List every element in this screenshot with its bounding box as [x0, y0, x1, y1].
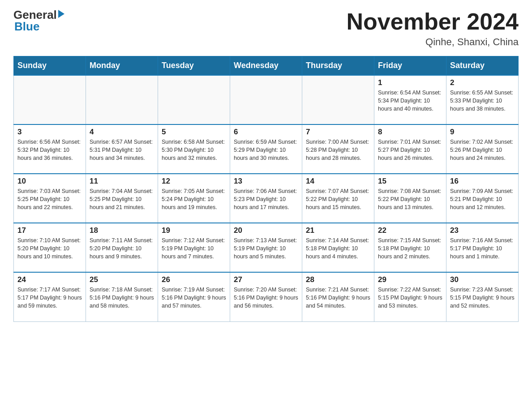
day-info: Sunrise: 7:03 AM Sunset: 5:25 PM Dayligh… — [17, 187, 82, 211]
day-number: 6 — [234, 128, 298, 137]
day-number: 25 — [90, 275, 154, 284]
calendar-table: SundayMondayTuesdayWednesdayThursdayFrid… — [13, 56, 519, 322]
calendar-day-cell: 1Sunrise: 6:54 AM Sunset: 5:34 PM Daylig… — [374, 75, 446, 124]
logo-general-text: General — [13, 9, 57, 21]
day-number: 30 — [450, 275, 515, 284]
month-title: November 2024 — [347, 9, 519, 34]
day-number: 2 — [450, 78, 515, 87]
page-header: General Blue November 2024 Qinhe, Shanxi… — [13, 9, 519, 48]
calendar-day-cell: 18Sunrise: 7:11 AM Sunset: 5:20 PM Dayli… — [86, 223, 158, 272]
day-number: 3 — [17, 128, 82, 137]
weekday-header-wednesday: Wednesday — [230, 56, 302, 76]
day-number: 4 — [90, 128, 154, 137]
calendar-week-row: 10Sunrise: 7:03 AM Sunset: 5:25 PM Dayli… — [14, 174, 519, 223]
day-number: 18 — [90, 226, 154, 235]
calendar-week-row: 24Sunrise: 7:17 AM Sunset: 5:17 PM Dayli… — [14, 272, 519, 321]
day-info: Sunrise: 7:05 AM Sunset: 5:24 PM Dayligh… — [162, 187, 226, 211]
weekday-header-saturday: Saturday — [446, 56, 519, 76]
calendar-week-row: 3Sunrise: 6:56 AM Sunset: 5:32 PM Daylig… — [14, 124, 519, 174]
day-info: Sunrise: 7:13 AM Sunset: 5:19 PM Dayligh… — [234, 236, 298, 261]
day-number: 5 — [162, 128, 226, 137]
calendar-day-cell: 8Sunrise: 7:01 AM Sunset: 5:27 PM Daylig… — [374, 124, 446, 174]
day-number: 16 — [450, 177, 515, 186]
calendar-day-cell — [230, 75, 302, 124]
calendar-day-cell: 19Sunrise: 7:12 AM Sunset: 5:19 PM Dayli… — [158, 223, 230, 272]
day-info: Sunrise: 7:06 AM Sunset: 5:23 PM Dayligh… — [234, 187, 298, 211]
calendar-day-cell: 3Sunrise: 6:56 AM Sunset: 5:32 PM Daylig… — [14, 124, 86, 174]
calendar-week-row: 17Sunrise: 7:10 AM Sunset: 5:20 PM Dayli… — [14, 223, 519, 272]
day-number: 8 — [378, 128, 442, 137]
calendar-day-cell: 15Sunrise: 7:08 AM Sunset: 5:22 PM Dayli… — [374, 174, 446, 223]
day-info: Sunrise: 7:01 AM Sunset: 5:27 PM Dayligh… — [378, 138, 442, 162]
calendar-day-cell: 29Sunrise: 7:22 AM Sunset: 5:15 PM Dayli… — [374, 272, 446, 321]
calendar-day-cell: 4Sunrise: 6:57 AM Sunset: 5:31 PM Daylig… — [86, 124, 158, 174]
day-info: Sunrise: 7:16 AM Sunset: 5:17 PM Dayligh… — [450, 236, 515, 261]
location-text: Qinhe, Shanxi, China — [347, 36, 519, 48]
calendar-day-cell — [86, 75, 158, 124]
calendar-day-cell: 12Sunrise: 7:05 AM Sunset: 5:24 PM Dayli… — [158, 174, 230, 223]
calendar-day-cell: 10Sunrise: 7:03 AM Sunset: 5:25 PM Dayli… — [14, 174, 86, 223]
day-info: Sunrise: 7:09 AM Sunset: 5:21 PM Dayligh… — [450, 187, 515, 211]
day-info: Sunrise: 7:11 AM Sunset: 5:20 PM Dayligh… — [90, 236, 154, 261]
day-number: 28 — [306, 275, 370, 284]
calendar-day-cell: 30Sunrise: 7:23 AM Sunset: 5:15 PM Dayli… — [446, 272, 519, 321]
day-info: Sunrise: 7:08 AM Sunset: 5:22 PM Dayligh… — [378, 187, 442, 211]
calendar-day-cell: 20Sunrise: 7:13 AM Sunset: 5:19 PM Dayli… — [230, 223, 302, 272]
day-info: Sunrise: 7:23 AM Sunset: 5:15 PM Dayligh… — [450, 286, 515, 310]
day-info: Sunrise: 7:04 AM Sunset: 5:25 PM Dayligh… — [90, 187, 154, 211]
day-number: 15 — [378, 177, 442, 186]
day-info: Sunrise: 6:57 AM Sunset: 5:31 PM Dayligh… — [90, 138, 154, 162]
day-info: Sunrise: 7:15 AM Sunset: 5:18 PM Dayligh… — [378, 236, 442, 261]
calendar-day-cell: 24Sunrise: 7:17 AM Sunset: 5:17 PM Dayli… — [14, 272, 86, 321]
calendar-day-cell: 17Sunrise: 7:10 AM Sunset: 5:20 PM Dayli… — [14, 223, 86, 272]
day-info: Sunrise: 7:14 AM Sunset: 5:18 PM Dayligh… — [306, 236, 370, 261]
calendar-day-cell: 13Sunrise: 7:06 AM Sunset: 5:23 PM Dayli… — [230, 174, 302, 223]
day-number: 7 — [306, 128, 370, 137]
day-info: Sunrise: 6:58 AM Sunset: 5:30 PM Dayligh… — [162, 138, 226, 162]
weekday-header-sunday: Sunday — [14, 56, 86, 76]
calendar-day-cell: 21Sunrise: 7:14 AM Sunset: 5:18 PM Dayli… — [302, 223, 374, 272]
calendar-day-cell: 16Sunrise: 7:09 AM Sunset: 5:21 PM Dayli… — [446, 174, 519, 223]
calendar-day-cell: 11Sunrise: 7:04 AM Sunset: 5:25 PM Dayli… — [86, 174, 158, 223]
logo-arrow-icon — [58, 10, 64, 18]
day-number: 17 — [17, 226, 82, 235]
day-info: Sunrise: 7:00 AM Sunset: 5:28 PM Dayligh… — [306, 138, 370, 162]
day-info: Sunrise: 6:56 AM Sunset: 5:32 PM Dayligh… — [17, 138, 82, 162]
calendar-day-cell: 6Sunrise: 6:59 AM Sunset: 5:29 PM Daylig… — [230, 124, 302, 174]
day-info: Sunrise: 7:10 AM Sunset: 5:20 PM Dayligh… — [17, 236, 82, 261]
day-number: 26 — [162, 275, 226, 284]
calendar-day-cell: 28Sunrise: 7:21 AM Sunset: 5:16 PM Dayli… — [302, 272, 374, 321]
calendar-day-cell: 9Sunrise: 7:02 AM Sunset: 5:26 PM Daylig… — [446, 124, 519, 174]
day-number: 1 — [378, 78, 442, 87]
day-number: 19 — [162, 226, 226, 235]
calendar-day-cell: 25Sunrise: 7:18 AM Sunset: 5:16 PM Dayli… — [86, 272, 158, 321]
calendar-day-cell — [158, 75, 230, 124]
day-info: Sunrise: 7:21 AM Sunset: 5:16 PM Dayligh… — [306, 286, 370, 310]
day-number: 13 — [234, 177, 298, 186]
calendar-day-cell: 22Sunrise: 7:15 AM Sunset: 5:18 PM Dayli… — [374, 223, 446, 272]
day-number: 29 — [378, 275, 442, 284]
day-number: 10 — [17, 177, 82, 186]
title-block: November 2024 Qinhe, Shanxi, China — [347, 9, 519, 48]
calendar-header-row: SundayMondayTuesdayWednesdayThursdayFrid… — [14, 56, 519, 76]
day-info: Sunrise: 7:19 AM Sunset: 5:16 PM Dayligh… — [162, 286, 226, 310]
day-info: Sunrise: 6:54 AM Sunset: 5:34 PM Dayligh… — [378, 89, 442, 113]
weekday-header-monday: Monday — [86, 56, 158, 76]
calendar-day-cell: 23Sunrise: 7:16 AM Sunset: 5:17 PM Dayli… — [446, 223, 519, 272]
calendar-day-cell: 14Sunrise: 7:07 AM Sunset: 5:22 PM Dayli… — [302, 174, 374, 223]
calendar-day-cell: 2Sunrise: 6:55 AM Sunset: 5:33 PM Daylig… — [446, 75, 519, 124]
weekday-header-friday: Friday — [374, 56, 446, 76]
day-number: 14 — [306, 177, 370, 186]
weekday-header-thursday: Thursday — [302, 56, 374, 76]
day-number: 27 — [234, 275, 298, 284]
day-number: 20 — [234, 226, 298, 235]
calendar-day-cell: 7Sunrise: 7:00 AM Sunset: 5:28 PM Daylig… — [302, 124, 374, 174]
day-number: 21 — [306, 226, 370, 235]
calendar-day-cell: 26Sunrise: 7:19 AM Sunset: 5:16 PM Dayli… — [158, 272, 230, 321]
calendar-week-row: 1Sunrise: 6:54 AM Sunset: 5:34 PM Daylig… — [14, 75, 519, 124]
day-info: Sunrise: 7:17 AM Sunset: 5:17 PM Dayligh… — [17, 286, 82, 310]
calendar-day-cell — [14, 75, 86, 124]
day-number: 22 — [378, 226, 442, 235]
day-info: Sunrise: 7:18 AM Sunset: 5:16 PM Dayligh… — [90, 286, 154, 310]
calendar-day-cell: 5Sunrise: 6:58 AM Sunset: 5:30 PM Daylig… — [158, 124, 230, 174]
